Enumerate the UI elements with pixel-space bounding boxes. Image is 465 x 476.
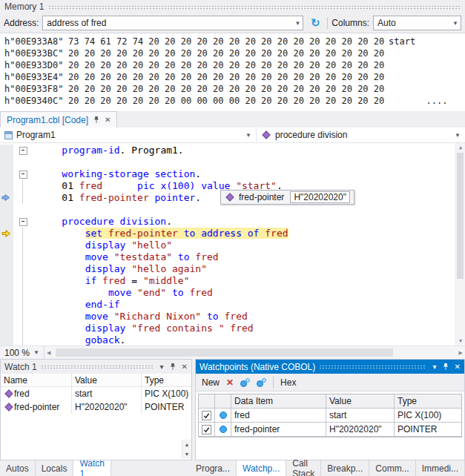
horizontal-scrollbar[interactable]: ◀ ▶ — [44, 346, 465, 359]
close-icon[interactable]: ✕ — [105, 116, 111, 124]
indicator-margin[interactable] — [0, 156, 13, 168]
watchpoint-type-cell: POINTER — [395, 423, 461, 437]
watchpoint-icon — [220, 411, 227, 419]
bottom-tab-progra[interactable]: Progra... — [190, 460, 237, 476]
column-header-type[interactable]: Type — [142, 374, 191, 386]
indicator-margin[interactable] — [0, 323, 13, 334]
bottom-tab-locals[interactable]: Locals — [36, 460, 74, 476]
indicator-margin[interactable] — [0, 275, 13, 287]
watch-row[interactable]: fred-pointerH"20202020"POINTER — [1, 400, 191, 414]
chevron-down-icon[interactable]: ▼ — [455, 132, 461, 139]
datatip[interactable]: fred-pointer H"20202020" — [220, 190, 354, 205]
bottom-tab-immedi[interactable]: Immedi... — [416, 460, 465, 476]
indicator-margin[interactable] — [0, 251, 13, 263]
watch-row[interactable]: fredstartPIC X(100) — [1, 387, 191, 400]
code-editor[interactable]: program-id. Program1. working-storage se… — [0, 143, 465, 346]
scrollbar-thumb[interactable] — [56, 348, 393, 357]
watchpoint-item-cell[interactable]: fred-pointer — [231, 423, 326, 437]
chevron-down-icon[interactable]: ▼ — [290, 20, 300, 27]
window-position-icon[interactable]: ▾ — [160, 363, 164, 371]
hex-toggle[interactable]: Hex — [280, 377, 296, 388]
refresh-icon[interactable]: ↻ — [307, 16, 323, 30]
drag-handle[interactable] — [41, 365, 154, 368]
watch-value-cell[interactable]: H"20202020" — [72, 400, 142, 414]
bottom-tab-watchp[interactable]: Watchp... — [237, 460, 286, 476]
scroll-down-icon[interactable]: ▼ — [459, 338, 462, 344]
new-watchpoint-button[interactable]: New — [202, 377, 220, 388]
document-tab[interactable]: Program1.cbl [Code] ✕ — [0, 111, 117, 128]
watch-value-cell[interactable]: start — [72, 387, 142, 400]
bottom-tab-comm[interactable]: Comm... — [369, 460, 415, 476]
member-dropdown[interactable]: procedure division ▼ — [257, 128, 465, 142]
scroll-up-icon[interactable]: ▲ — [459, 145, 462, 151]
memory-bytes: 20 20 20 20 20 20 20 20 20 20 20 20 20 2… — [68, 71, 389, 83]
column-header-type[interactable]: Type — [395, 394, 461, 409]
indicator-margin[interactable] — [0, 334, 13, 346]
watch-scrollbar[interactable]: ▲ ▼ — [182, 440, 191, 459]
columns-combobox[interactable]: Auto ▼ — [373, 16, 461, 30]
column-header-data-item[interactable]: Data Item — [231, 394, 326, 409]
indicator-margin[interactable] — [0, 299, 13, 311]
indicator-margin[interactable] — [0, 216, 13, 228]
column-header-value[interactable]: Value — [72, 374, 142, 386]
scroll-up-icon[interactable]: ▲ — [182, 440, 191, 449]
vertical-scrollbar[interactable]: ▲ ▼ — [455, 143, 465, 346]
indicator-margin[interactable] — [0, 311, 13, 323]
indicator-margin[interactable] — [0, 239, 13, 251]
scroll-down-icon[interactable]: ▼ — [182, 449, 191, 459]
drag-handle[interactable] — [319, 365, 426, 368]
code-line-14: end-if — [0, 299, 465, 311]
watch-name-cell[interactable]: fred-pointer — [1, 400, 72, 414]
pin-icon[interactable] — [169, 363, 177, 371]
watchpoint-value-cell[interactable]: H"20202020" — [326, 423, 395, 437]
indicator-margin[interactable] — [0, 145, 13, 156]
bottom-tab-autos[interactable]: Autos — [0, 460, 36, 476]
indicator-margin[interactable] — [0, 287, 13, 299]
scrollbar-thumb[interactable] — [457, 153, 464, 279]
indicator-margin[interactable] — [0, 168, 13, 180]
zoom-control[interactable]: 100 % ▼ — [0, 346, 44, 359]
disable-watchpoint-icon[interactable] — [257, 378, 266, 387]
watchpoint-checkbox[interactable] — [202, 425, 211, 434]
close-icon[interactable]: ✕ — [455, 363, 461, 371]
indicator-margin[interactable] — [0, 204, 13, 216]
indicator-margin[interactable] — [0, 180, 13, 192]
scroll-left-icon[interactable]: ◀ — [47, 350, 50, 356]
close-icon[interactable]: ✕ — [182, 363, 188, 371]
column-header-value[interactable]: Value — [326, 394, 395, 409]
chevron-down-icon[interactable]: ▼ — [33, 349, 39, 356]
delete-watchpoint-icon[interactable]: ✕ — [226, 377, 234, 388]
watch-name-cell[interactable]: fred — [1, 387, 72, 400]
scroll-right-icon[interactable]: ▶ — [459, 350, 463, 356]
watch-type-cell: PIC X(100) — [142, 387, 191, 400]
watchpoint-row[interactable]: fredstartPIC X(100) — [199, 409, 461, 423]
bottom-tab-watch-1[interactable]: Watch 1 — [73, 460, 111, 476]
bottom-tab-breakp[interactable]: Breakp... — [321, 460, 369, 476]
indicator-margin[interactable] — [0, 228, 13, 239]
pin-icon[interactable] — [93, 116, 100, 124]
watchpoints-toolbar: New ✕ Hex — [196, 374, 464, 391]
datatip-name: fred-pointer — [239, 192, 284, 202]
datatip-value[interactable]: H"20202020" — [290, 191, 350, 203]
project-dropdown[interactable]: Program1 ▼ — [0, 128, 257, 142]
chevron-down-icon[interactable]: ▼ — [448, 20, 458, 27]
window-position-icon[interactable]: ▾ — [433, 363, 437, 371]
drag-handle[interactable] — [48, 5, 461, 9]
address-combobox[interactable]: address of fred ▼ — [42, 16, 303, 30]
pin-icon[interactable] — [442, 363, 449, 371]
watchpoint-checkbox[interactable] — [202, 411, 211, 420]
chevron-down-icon[interactable]: ▼ — [245, 132, 251, 139]
watchpoint-item-cell[interactable]: fred — [231, 409, 326, 423]
memory-content[interactable]: h"00E933A8"73 74 61 72 74 20 20 20 20 20… — [0, 33, 465, 111]
column-header-name[interactable]: Name — [1, 374, 72, 386]
watchpoint-row[interactable]: fred-pointerH"20202020"POINTER — [199, 423, 461, 437]
bottom-tab-call-stack[interactable]: Call Stack — [286, 460, 321, 476]
enable-watchpoint-icon[interactable] — [240, 378, 250, 387]
indicator-margin[interactable] — [0, 192, 13, 204]
fold-collapse-icon[interactable] — [13, 216, 33, 228]
zoom-level: 100 % — [4, 348, 30, 358]
watchpoint-value-cell[interactable]: start — [326, 409, 395, 423]
indicator-margin[interactable] — [0, 263, 13, 275]
fold-collapse-icon[interactable] — [13, 168, 33, 180]
fold-collapse-icon[interactable] — [13, 145, 33, 156]
